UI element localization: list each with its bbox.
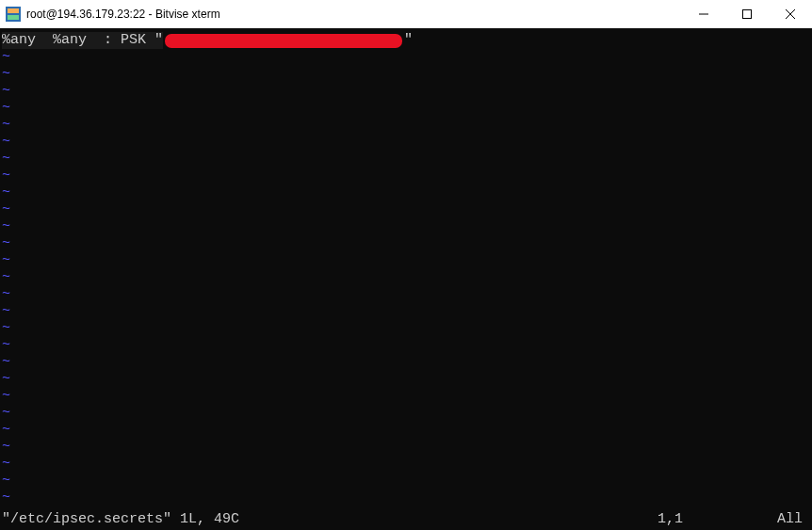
empty-line-tilde: ~ (0, 490, 812, 506)
svg-rect-2 (8, 15, 19, 20)
empty-line-tilde: ~ (0, 320, 812, 337)
empty-line-tilde: ~ (0, 252, 812, 269)
empty-line-tilde: ~ (0, 422, 812, 439)
empty-line-tilde: ~ (0, 286, 812, 303)
empty-line-tilde: ~ (0, 354, 812, 371)
empty-line-tilde: ~ (0, 185, 812, 201)
window-title: root@194.36.179.23:22 - Bitvise xterm (26, 8, 682, 21)
empty-line-tilde: ~ (0, 134, 812, 151)
empty-line-tilde: ~ (0, 235, 812, 252)
window-controls (682, 0, 812, 28)
app-icon (6, 7, 21, 22)
empty-line-tilde: ~ (0, 269, 812, 286)
empty-line-tilde: ~ (0, 337, 812, 354)
empty-line-tilde: ~ (0, 66, 812, 83)
vim-status-line: "/etc/ipsec.secrets" 1L, 49C 1,1 All (2, 511, 808, 528)
empty-line-tilde: ~ (0, 439, 812, 456)
empty-lines-region: ~~~~~~~~~~~~~~~~~~~~~~~~~~~ (0, 49, 812, 506)
svg-rect-4 (743, 10, 752, 19)
empty-line-tilde: ~ (0, 117, 812, 134)
psk-prefix: %any %any : PSK " (2, 32, 163, 49)
empty-line-tilde: ~ (0, 201, 812, 218)
empty-line-tilde: ~ (0, 473, 812, 490)
empty-line-tilde: ~ (0, 218, 812, 235)
close-button[interactable] (769, 0, 812, 28)
empty-line-tilde: ~ (0, 371, 812, 388)
empty-line-tilde: ~ (0, 100, 812, 117)
maximize-button[interactable] (725, 0, 769, 28)
empty-line-tilde: ~ (0, 303, 812, 320)
window-titlebar: root@194.36.179.23:22 - Bitvise xterm (0, 0, 812, 28)
empty-line-tilde: ~ (0, 83, 812, 100)
empty-line-tilde: ~ (0, 456, 812, 473)
empty-line-tilde: ~ (0, 151, 812, 168)
terminal-area[interactable]: %any %any : PSK " " ~~~~~~~~~~~~~~~~~~~~… (0, 28, 812, 530)
status-scroll-indicator: All (777, 511, 808, 528)
status-cursor-position: 1,1 (658, 511, 777, 528)
minimize-button[interactable] (682, 0, 725, 28)
empty-line-tilde: ~ (0, 49, 812, 66)
psk-suffix: " (404, 32, 413, 49)
empty-line-tilde: ~ (0, 388, 812, 405)
redacted-secret (165, 34, 402, 48)
empty-line-tilde: ~ (0, 405, 812, 422)
svg-rect-1 (8, 8, 19, 13)
file-content-line: %any %any : PSK " " (0, 32, 812, 49)
status-file-info: "/etc/ipsec.secrets" 1L, 49C (2, 511, 239, 528)
empty-line-tilde: ~ (0, 168, 812, 185)
